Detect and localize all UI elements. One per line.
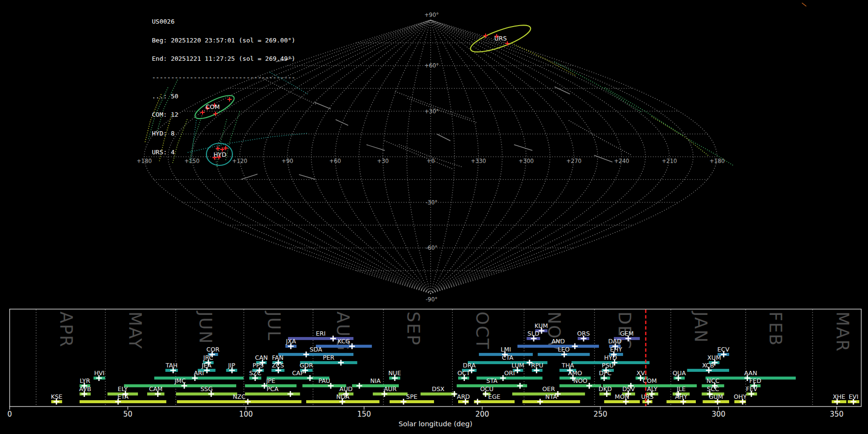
shower-label: KUM (535, 322, 548, 329)
shower-label: SZC (249, 369, 261, 377)
shower-label: OCT (457, 369, 470, 377)
shower-label: DPC (599, 369, 611, 377)
month-label: JAN (691, 311, 710, 343)
end-line: End: 20251221 11:27:25 (sol = 269.49°) (152, 56, 295, 62)
shower-label: MON (615, 393, 629, 400)
shower-label: JMC (174, 377, 186, 384)
lon-label: +0 (427, 158, 435, 164)
shower-label: JLE (676, 385, 686, 393)
shower-label: KSE (51, 393, 62, 400)
shower-label: ORI (504, 369, 515, 377)
radiant-label: URS (494, 35, 507, 42)
shower-label: AUD (339, 385, 353, 393)
shower-label: AUR (384, 385, 397, 393)
shower-label: COR (206, 346, 220, 353)
shower-label: EVI (849, 393, 858, 400)
month-label: MAR (833, 312, 852, 352)
shower-label: PAU (318, 377, 330, 384)
shower-bar (420, 393, 456, 395)
shower-label: KCG (338, 338, 350, 345)
shower-label: CAN (255, 354, 268, 361)
shower-label: NOO (573, 377, 587, 384)
shower-label: SCC (707, 385, 719, 393)
shower-label: STA (487, 377, 498, 384)
shower-bar (559, 384, 601, 387)
shower-label: XUM (707, 354, 721, 361)
shower-label: EHY (610, 346, 622, 353)
shower-label: ARD (457, 393, 470, 400)
meteor-segment (299, 175, 315, 179)
shower-peak-marker (572, 343, 578, 349)
shower-label: THA (561, 362, 574, 369)
shower-label: DSX (432, 385, 445, 393)
meteor-segment (555, 87, 570, 94)
shower-label: AMO (568, 369, 582, 377)
meteor-segment (366, 145, 385, 150)
month-label: MAY (125, 312, 145, 350)
shower-label: ORS (577, 330, 590, 337)
shower-peak-marker (401, 399, 407, 405)
tick-label: 250 (594, 410, 608, 419)
shower-label: DSV (622, 385, 635, 393)
shower-label: FED (749, 377, 761, 384)
shower-label: PSU (602, 362, 614, 369)
count-hyd: HYD: 8 (152, 131, 295, 137)
shower-label: CTA (502, 354, 514, 361)
shower-label: SPE (406, 393, 417, 400)
shower-label: COM (643, 377, 657, 384)
timeline-chart: Solar longitude (deg) APRMAYJUNJULAUGSEP… (7, 309, 861, 428)
session-info: US0026 Beg: 20251220 23:57:01 (sol = 269… (152, 6, 295, 162)
shower-label: ELY (118, 385, 128, 393)
shower-bar (177, 400, 301, 403)
shower-bar (604, 400, 640, 403)
lon-label: +30 (377, 158, 389, 164)
shower-label: LMI (501, 346, 511, 353)
radiant-trail (555, 62, 641, 112)
station-id: US0026 (152, 19, 295, 25)
shower-label: HYD (604, 354, 617, 361)
shower-label: URS (641, 393, 654, 400)
shower-label: LYR (80, 377, 90, 384)
month-label: APR (56, 312, 76, 348)
plot-scene: +180+150+120+90+60+30+0+330+300+270+240+… (0, 0, 868, 434)
shower-label: LEO (558, 346, 570, 353)
month-label: JUN (196, 311, 215, 344)
shower-label: GEM (620, 330, 634, 337)
tick-label: 300 (712, 410, 726, 419)
shower-label: ETA (117, 393, 129, 400)
graticule-meridian (431, 20, 598, 294)
tick-label: 350 (830, 410, 844, 419)
shower-label: JPE (266, 377, 275, 384)
shower-label: HVI (94, 369, 105, 377)
separator: -------------------------------------- (152, 75, 295, 81)
shower-label: NTA (545, 393, 557, 400)
shower-label: NIA (370, 377, 381, 384)
lon-label: +180 (709, 158, 725, 164)
shower-label: GDR (299, 362, 313, 369)
month-label: OCT (473, 312, 492, 350)
count-urs: URS: 4 (152, 149, 295, 156)
shower-label: QUA (673, 369, 686, 377)
shower-label: AND (552, 338, 565, 345)
shower-label: XCB (702, 362, 714, 369)
tick-label: 150 (357, 410, 371, 419)
shower-bar (176, 393, 237, 395)
shower-label: JEA (201, 362, 212, 369)
shower-label: DRA (463, 362, 476, 369)
shower-label: FEV (746, 385, 758, 393)
shower-label: OHY (733, 393, 746, 400)
radiant-trail (569, 121, 632, 155)
lon-label: +240 (614, 158, 629, 164)
lat-label: +30° (424, 108, 439, 115)
shower-label: PPS (253, 362, 264, 369)
shower-label: PCA (267, 385, 279, 393)
shower-label: AVB (79, 385, 91, 393)
tick-label: 200 (475, 410, 489, 419)
shower-label: PER (323, 354, 334, 361)
shower-label: SSG (201, 385, 213, 393)
shower-label: JRC (203, 354, 214, 361)
shower-label: CAM (149, 385, 163, 393)
month-label: FEB (766, 312, 785, 346)
shower-label: DKD (598, 385, 611, 393)
meteor-segment (241, 174, 258, 179)
